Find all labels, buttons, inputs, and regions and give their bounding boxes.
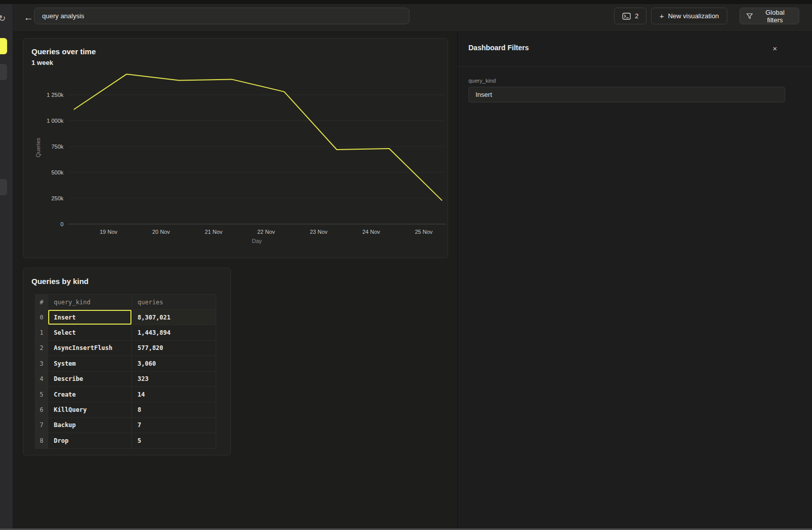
filters-panel-title: Dashboard Filters: [468, 44, 529, 52]
x-tick-label: 20 Nov: [152, 229, 170, 235]
query-kind-cell[interactable]: AsyncInsertFlush: [48, 340, 132, 356]
console-count: 2: [635, 12, 638, 20]
table-row: 5Create14: [36, 386, 216, 402]
table-row: 7Backup7: [36, 417, 216, 433]
new-visualization-button[interactable]: + New visualization: [651, 8, 727, 24]
y-tick-label: 0: [60, 221, 63, 227]
queries-value-cell[interactable]: 5: [132, 433, 216, 448]
y-tick-label: 750k: [51, 144, 63, 150]
table-row: 6KillQuery8: [36, 402, 216, 417]
queries-value-cell[interactable]: 3,060: [132, 356, 216, 371]
row-index-cell: 0: [36, 309, 48, 325]
query-kind-cell[interactable]: Drop: [48, 433, 132, 448]
row-index-cell: 8: [36, 433, 48, 448]
queries-value-cell[interactable]: 323: [132, 371, 216, 386]
y-tick-label: 500k: [51, 169, 63, 175]
row-index-cell: 3: [36, 356, 48, 371]
query-kind-cell[interactable]: Create: [48, 386, 132, 402]
query-kind-cell[interactable]: KillQuery: [48, 402, 132, 417]
x-tick-label: 24 Nov: [362, 229, 380, 235]
row-index-cell: 7: [36, 417, 48, 433]
table-row: 4Describe323: [36, 371, 216, 386]
y-tick-label: 1 250k: [47, 92, 64, 98]
query-kind-cell[interactable]: Insert: [48, 309, 132, 325]
top-bar: ← 2 + New visualization Global filters: [13, 4, 812, 32]
sql-console-icon: [622, 13, 631, 20]
queries-by-kind-card: Queries by kind #query_kindqueries0Inser…: [23, 268, 231, 455]
queries-value-cell[interactable]: 8: [132, 402, 216, 417]
dashboard-title-input[interactable]: [34, 8, 410, 24]
row-index-cell: 2: [36, 340, 48, 356]
queries-value-cell[interactable]: 1,443,894: [132, 325, 216, 340]
history-icon[interactable]: ↻: [0, 13, 6, 24]
rail-item-3[interactable]: [0, 179, 7, 195]
new-visualization-label: New visualization: [668, 12, 719, 20]
query-kind-cell[interactable]: Describe: [48, 371, 132, 386]
rail-item-active[interactable]: [0, 38, 7, 54]
close-icon[interactable]: ×: [769, 43, 781, 54]
dashboard-filters-panel: Dashboard Filters × query_kind: [457, 32, 812, 528]
chart-line-queries: [74, 74, 442, 200]
table-header-row: #query_kindqueries: [36, 295, 216, 309]
filter-field-label: query_kind: [468, 78, 496, 84]
query-kind-cell[interactable]: Select: [48, 325, 132, 340]
chart-subtitle: 1 week: [31, 59, 53, 66]
table-row: 0Insert8,307,021: [36, 309, 216, 325]
filters-panel-divider: [458, 66, 812, 67]
plus-icon: +: [659, 12, 664, 20]
query-kind-cell[interactable]: System: [48, 356, 132, 371]
left-rail: ↻: [0, 4, 13, 528]
x-tick-label: 22 Nov: [257, 229, 275, 235]
row-index-cell: 5: [36, 386, 48, 402]
x-tick-label: 21 Nov: [205, 229, 222, 235]
queries-by-kind-table: #query_kindqueries0Insert8,307,0211Selec…: [35, 294, 216, 449]
queries-value-cell[interactable]: 577,820: [132, 340, 216, 356]
row-index-cell: 4: [36, 371, 48, 386]
funnel-icon: [746, 13, 753, 20]
query-kind-cell[interactable]: Backup: [48, 417, 132, 433]
table-row: 1Select1,443,894: [36, 325, 216, 340]
col-header-query-kind: query_kind: [48, 295, 132, 309]
x-tick-label: 25 Nov: [415, 229, 432, 235]
y-tick-label: 250k: [51, 195, 63, 201]
table-title: Queries by kind: [31, 277, 89, 286]
x-tick-label: 23 Nov: [310, 229, 327, 235]
back-button[interactable]: ←: [21, 11, 36, 25]
x-tick-label: 19 Nov: [99, 229, 117, 235]
row-index-cell: 6: [36, 402, 48, 417]
col-header-index: #: [36, 295, 48, 309]
queries-value-cell[interactable]: 8,307,021: [132, 309, 216, 325]
queries-over-time-card: 0250k500k750k1 000k1 250k19 Nov20 Nov21 …: [23, 38, 448, 258]
window-top-edge: [0, 0, 812, 4]
table-row: 2AsyncInsertFlush577,820: [36, 340, 216, 356]
query-kind-filter-input[interactable]: [468, 87, 785, 102]
y-tick-label: 1 000k: [47, 118, 64, 124]
chart-title: Queries over time: [31, 47, 96, 56]
x-axis-title: Day: [252, 238, 262, 244]
table-row: 3System3,060: [36, 356, 216, 371]
dashboard-app: ↻ ← 2 + New visualization: [0, 0, 812, 530]
table-row: 8Drop5: [36, 433, 216, 448]
col-header-queries: queries: [132, 295, 216, 309]
global-filters-button[interactable]: Global filters: [739, 8, 799, 24]
queries-value-cell[interactable]: 7: [132, 417, 216, 433]
queries-value-cell[interactable]: 14: [132, 386, 216, 402]
global-filters-label: Global filters: [757, 9, 793, 24]
row-index-cell: 1: [36, 325, 48, 340]
queries-over-time-chart[interactable]: 0250k500k750k1 000k1 250k19 Nov20 Nov21 …: [23, 39, 449, 258]
sql-console-button[interactable]: 2: [614, 8, 647, 24]
rail-item-2[interactable]: [0, 64, 7, 80]
y-axis-title: Queries: [35, 137, 41, 157]
